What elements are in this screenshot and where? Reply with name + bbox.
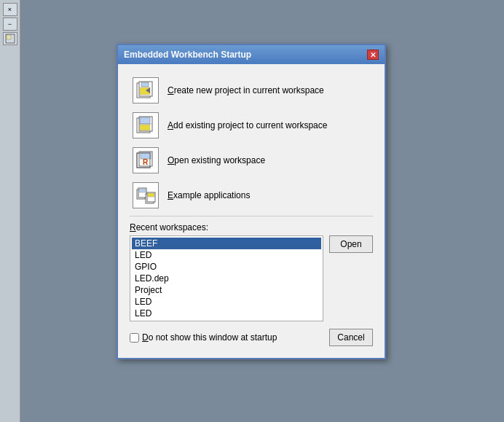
cancel-button[interactable]: Cancel <box>329 329 373 346</box>
svg-rect-10 <box>140 125 150 130</box>
taskbar-icon-btn[interactable] <box>3 32 17 45</box>
recent-item-3[interactable]: LED.dep <box>132 273 321 284</box>
create-new-label: Create new project in current workspace <box>168 85 324 95</box>
example-apps-item[interactable]: Example applications <box>130 178 373 213</box>
recent-workspaces-list[interactable]: BEEF LED GPIO LED.dep Project LED LED <box>130 235 323 321</box>
recent-area: BEEF LED GPIO LED.dep Project LED LED Op… <box>130 235 373 321</box>
example-icon <box>133 182 159 208</box>
open-workspace-icon: R <box>133 147 159 173</box>
recent-item-4[interactable]: Project <box>132 284 321 296</box>
close-button[interactable]: ✕ <box>367 50 379 60</box>
example-apps-label: Example applications <box>168 190 250 200</box>
open-workspace-label: Open existing workspace <box>168 155 265 165</box>
add-existing-item[interactable]: Add existing project to current workspac… <box>130 108 373 143</box>
recent-item-0[interactable]: BEEF <box>132 238 321 249</box>
svg-text:R: R <box>143 158 149 166</box>
recent-item-6[interactable]: LED <box>132 308 321 319</box>
open-workspace-item[interactable]: R Open existing workspace <box>130 143 373 178</box>
new-project-icon <box>133 77 159 103</box>
taskbar-left: × − <box>0 0 20 422</box>
do-not-show-checkbox-label[interactable]: Do not show this window at startup <box>130 332 277 343</box>
add-project-icon <box>133 112 159 138</box>
add-existing-label: Add existing project to current workspac… <box>168 120 327 130</box>
svg-rect-9 <box>140 117 150 124</box>
recent-item-5[interactable]: LED <box>132 296 321 308</box>
dialog: Embedded Workbench Startup ✕ Create new … <box>117 44 386 359</box>
divider <box>130 216 373 216</box>
recent-workspaces-label: Recent workspaces: <box>130 222 373 233</box>
dialog-body: Create new project in current workspace … <box>118 64 385 358</box>
create-new-item[interactable]: Create new project in current workspace <box>130 73 373 108</box>
open-button[interactable]: Open <box>329 235 373 253</box>
recent-item-2[interactable]: GPIO <box>132 261 321 273</box>
do-not-show-checkbox[interactable] <box>130 333 139 343</box>
svg-rect-1 <box>7 35 11 39</box>
bottom-area: Do not show this window at startup Cance… <box>130 329 373 349</box>
recent-item-1[interactable]: LED <box>132 249 321 261</box>
dialog-titlebar: Embedded Workbench Startup ✕ <box>118 45 385 64</box>
dialog-title: Embedded Workbench Startup <box>124 50 251 60</box>
do-not-show-text: Do not show this window at startup <box>142 332 277 343</box>
svg-rect-5 <box>141 82 149 87</box>
svg-rect-22 <box>148 193 154 197</box>
taskbar-min-btn[interactable]: − <box>3 17 17 31</box>
taskbar-close-btn[interactable]: × <box>3 3 17 16</box>
svg-rect-21 <box>139 189 146 192</box>
